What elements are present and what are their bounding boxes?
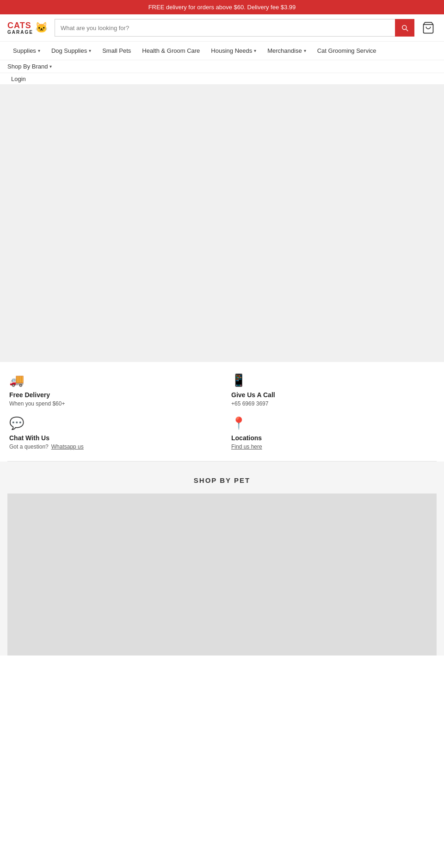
nav-item-health-groom-care[interactable]: Health & Groom Care <box>136 42 205 60</box>
logo[interactable]: CATS GARAGE 🐱 <box>7 21 49 35</box>
top-banner: FREE delivery for orders above $60. Deli… <box>0 0 444 14</box>
nav-item-small-pets[interactable]: Small Pets <box>97 42 136 60</box>
hero-image-area <box>0 84 444 362</box>
banner-text: FREE delivery for orders above $60. Deli… <box>148 4 296 11</box>
chevron-down-icon: ▾ <box>38 48 40 53</box>
location-icon: 📍 <box>231 416 435 431</box>
shop-by-pet-image <box>7 493 437 656</box>
chat-subtitle: Got a question? <box>9 443 49 450</box>
whatsapp-link[interactable]: Whatsapp us <box>51 443 84 450</box>
login-area: Login <box>0 73 444 84</box>
chat-icon: 💬 <box>9 416 213 431</box>
info-item-chat: 💬 Chat With Us Got a question? Whatsapp … <box>9 416 213 450</box>
nav-item-supplies[interactable]: Supplies ▾ <box>7 42 46 60</box>
info-item-delivery: 🚚 Free Delivery When you spend $60+ <box>9 373 213 407</box>
logo-cats-text: CATS <box>7 21 31 30</box>
shop-by-pet-title: SHOP BY PET <box>7 476 437 484</box>
shop-by-pet-section: SHOP BY PET <box>0 462 444 656</box>
header: CATS GARAGE 🐱 <box>0 14 444 41</box>
login-link[interactable]: Login <box>7 74 30 84</box>
call-subtitle: +65 6969 3697 <box>231 400 435 407</box>
info-item-call: 📱 Give Us A Call +65 6969 3697 <box>231 373 435 407</box>
call-title: Give Us A Call <box>231 391 435 399</box>
nav-item-cat-grooming[interactable]: Cat Grooming Service <box>312 42 382 60</box>
nav-item-housing-needs[interactable]: Housing Needs ▾ <box>205 42 262 60</box>
logo-garage-text: GARAGE <box>7 30 33 35</box>
nav-item-merchandise[interactable]: Merchandise ▾ <box>262 42 311 60</box>
info-item-locations: 📍 Locations Find us here <box>231 416 435 450</box>
nav-bar: Supplies ▾ Dog Supplies ▾ Small Pets Hea… <box>0 41 444 60</box>
chevron-down-icon: ▾ <box>254 48 256 53</box>
chat-title: Chat With Us <box>9 434 213 442</box>
delivery-icon: 🚚 <box>9 373 213 387</box>
cart-icon-area[interactable] <box>420 21 437 34</box>
search-area <box>55 19 414 37</box>
search-input[interactable] <box>55 19 395 37</box>
secondary-nav: Shop By Brand ▾ <box>0 60 444 73</box>
locations-title: Locations <box>231 434 435 442</box>
logo-cat-icon: 🐱 <box>35 22 48 34</box>
chat-row: Got a question? Whatsapp us <box>9 443 213 450</box>
cart-icon <box>422 21 435 34</box>
chevron-down-icon: ▾ <box>49 64 52 69</box>
delivery-subtitle: When you spend $60+ <box>9 400 213 407</box>
search-button[interactable] <box>395 19 414 37</box>
delivery-title: Free Delivery <box>9 391 213 399</box>
nav-item-dog-supplies[interactable]: Dog Supplies ▾ <box>46 42 97 60</box>
logo-box: CATS GARAGE 🐱 <box>7 21 48 35</box>
info-section: 🚚 Free Delivery When you spend $60+ 📱 Gi… <box>0 362 444 461</box>
search-icon <box>401 24 409 32</box>
shop-by-brand[interactable]: Shop By Brand ▾ <box>7 63 52 70</box>
chevron-down-icon: ▾ <box>304 48 306 53</box>
locations-link[interactable]: Find us here <box>231 443 435 450</box>
chevron-down-icon: ▾ <box>89 48 91 53</box>
phone-icon: 📱 <box>231 373 435 387</box>
